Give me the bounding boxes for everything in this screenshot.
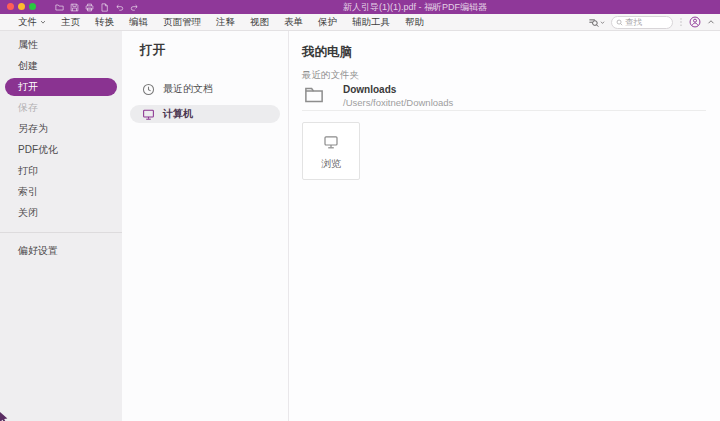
chevron-down-icon xyxy=(40,19,46,25)
computer-icon xyxy=(142,108,155,121)
sidebar-item-index[interactable]: 索引 xyxy=(0,181,122,202)
quick-access-toolbar xyxy=(55,0,139,14)
clock-icon xyxy=(142,83,155,96)
computer-icon xyxy=(323,134,339,150)
open-location-list: 最近的文档 计算机 xyxy=(130,80,280,130)
open-item-label: 计算机 xyxy=(163,107,193,121)
kebab-menu-icon[interactable] xyxy=(679,17,683,27)
folder-name: Downloads xyxy=(343,84,453,95)
sidebar-item-save: 保存 xyxy=(0,97,122,118)
window-title: 新人引导(1)(1).pdf - 福昕PDF编辑器 xyxy=(290,0,540,14)
minimize-window-button[interactable] xyxy=(18,3,25,10)
open-folder-icon[interactable] xyxy=(55,3,64,12)
menu-items: 文件 主页 转换 编辑 页面管理 注释 视图 表单 保护 辅助工具 帮助 xyxy=(0,16,424,29)
sidebar-item-pdf-optimize[interactable]: PDF优化 xyxy=(0,139,122,160)
sidebar-item-close[interactable]: 关闭 xyxy=(0,202,122,223)
search-box[interactable] xyxy=(611,16,673,29)
open-item-recent-documents[interactable]: 最近的文档 xyxy=(130,80,280,98)
recent-folders-label: 最近的文件夹 xyxy=(302,69,359,82)
chevron-up-icon xyxy=(707,18,715,26)
chevron-down-icon xyxy=(600,20,605,25)
save-icon[interactable] xyxy=(70,3,79,12)
sidebar-item-preferences[interactable]: 偏好设置 xyxy=(0,240,122,261)
redo-icon[interactable] xyxy=(130,3,139,12)
computer-panel-title: 我的电脑 xyxy=(302,44,352,61)
menu-home[interactable]: 主页 xyxy=(61,16,80,29)
menubar: 文件 主页 转换 编辑 页面管理 注释 视图 表单 保护 辅助工具 帮助 xyxy=(0,14,720,31)
computer-panel: 我的电脑 最近的文件夹 Downloads /Users/foxitnet/Do… xyxy=(289,31,720,421)
find-replace-icon xyxy=(588,17,599,28)
search-icon xyxy=(616,19,623,26)
backstage-sidebar: 属性 创建 打开 保存 另存为 PDF优化 打印 索引 关闭 偏好设置 xyxy=(0,31,122,421)
menu-comment[interactable]: 注释 xyxy=(216,16,235,29)
menu-accessibility[interactable]: 辅助工具 xyxy=(352,16,390,29)
open-panel-title: 打开 xyxy=(140,42,165,59)
menu-view[interactable]: 视图 xyxy=(250,16,269,29)
titlebar: 新人引导(1)(1).pdf - 福昕PDF编辑器 xyxy=(0,0,720,14)
find-replace-button[interactable] xyxy=(588,17,605,28)
sidebar-item-properties[interactable]: 属性 xyxy=(0,34,122,55)
menu-convert[interactable]: 转换 xyxy=(95,16,114,29)
menu-help[interactable]: 帮助 xyxy=(405,16,424,29)
recent-folder-item[interactable]: Downloads /Users/foxitnet/Downloads xyxy=(304,84,453,108)
close-window-button[interactable] xyxy=(7,3,14,10)
traffic-lights xyxy=(7,3,36,10)
browse-button[interactable]: 浏览 xyxy=(302,122,360,180)
sidebar-item-save-as[interactable]: 另存为 xyxy=(0,118,122,139)
sidebar-item-open[interactable]: 打开 xyxy=(5,78,117,96)
undo-icon[interactable] xyxy=(115,3,124,12)
divider xyxy=(302,110,706,111)
browse-label: 浏览 xyxy=(321,157,341,171)
open-item-computer[interactable]: 计算机 xyxy=(130,105,280,123)
backstage-view: 属性 创建 打开 保存 另存为 PDF优化 打印 索引 关闭 偏好设置 打开 最… xyxy=(0,31,720,421)
print-icon[interactable] xyxy=(85,3,94,12)
collapse-ribbon-button[interactable] xyxy=(707,18,715,26)
folder-path: /Users/foxitnet/Downloads xyxy=(343,97,453,108)
zoom-window-button[interactable] xyxy=(29,3,36,10)
open-item-label: 最近的文档 xyxy=(163,82,213,96)
account-avatar[interactable] xyxy=(689,16,701,28)
menu-page-organize[interactable]: 页面管理 xyxy=(163,16,201,29)
menubar-right-controls xyxy=(588,14,715,30)
search-input[interactable] xyxy=(625,17,668,27)
menu-edit[interactable]: 编辑 xyxy=(129,16,148,29)
sidebar-divider xyxy=(0,232,122,233)
menu-file[interactable]: 文件 xyxy=(18,16,46,29)
menu-form[interactable]: 表单 xyxy=(284,16,303,29)
sidebar-spacer xyxy=(0,223,122,232)
folder-icon xyxy=(304,85,324,105)
menu-protect[interactable]: 保护 xyxy=(318,16,337,29)
folder-info: Downloads /Users/foxitnet/Downloads xyxy=(343,84,453,108)
new-document-icon[interactable] xyxy=(100,3,109,12)
mouse-cursor xyxy=(0,412,9,421)
open-panel: 打开 最近的文档 计算机 xyxy=(122,31,289,421)
sidebar-item-create[interactable]: 创建 xyxy=(0,55,122,76)
sidebar-item-print[interactable]: 打印 xyxy=(0,160,122,181)
person-icon xyxy=(689,16,701,28)
